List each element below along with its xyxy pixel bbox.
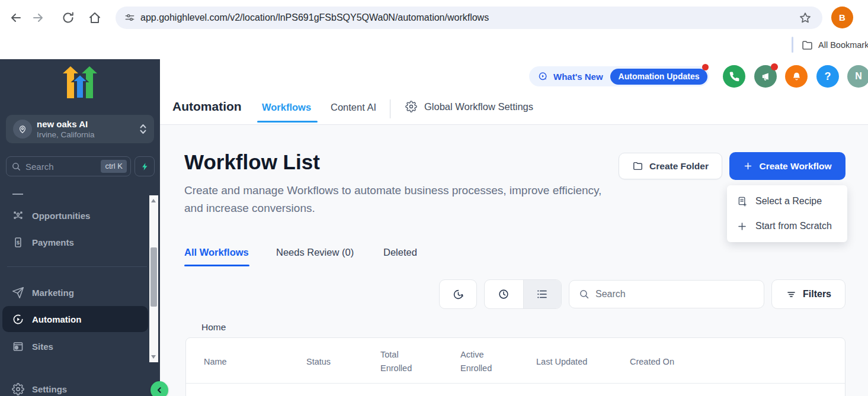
workflow-list-subtitle: Create and manage Workflows to automate … <box>184 182 611 217</box>
execution-logs-button[interactable] <box>439 279 477 309</box>
sidebar-scrollbar[interactable] <box>149 195 158 362</box>
column-header-created-on[interactable]: Created On <box>630 355 674 369</box>
user-avatar[interactable]: N <box>847 65 868 88</box>
sidebar-item-settings[interactable]: Settings <box>0 376 148 396</box>
history-clock-icon <box>451 288 465 301</box>
global-workflow-settings-link[interactable]: Global Workflow Settings <box>405 101 533 112</box>
folder-icon <box>632 160 643 172</box>
scroll-down-arrow[interactable] <box>151 355 156 359</box>
sidebar-item-label: Automation <box>32 314 81 324</box>
automation-icon <box>12 313 24 326</box>
location-city: Irvine, California <box>37 130 95 139</box>
menu-item-start-from-scratch[interactable]: Start from Scratch <box>727 214 847 239</box>
site-info-icon[interactable] <box>124 12 136 24</box>
filters-button[interactable]: Filters <box>771 279 845 309</box>
sidebar-item-opportunities[interactable]: Opportunities <box>0 202 148 228</box>
column-header-total-enrolled[interactable]: Total Enrolled <box>380 348 423 375</box>
plus-icon <box>743 161 753 171</box>
whats-new-icon <box>537 71 549 82</box>
quick-actions-button[interactable] <box>134 156 155 176</box>
notifications-bell-button[interactable] <box>785 65 808 88</box>
browser-profile-avatar[interactable]: B <box>831 7 853 28</box>
settings-gear-icon <box>12 383 24 395</box>
main-content: Workflow List Create and manage Workflow… <box>160 125 868 396</box>
sidebar: new oaks AI Irvine, California ctrl K Op… <box>0 59 160 396</box>
forward-icon[interactable] <box>31 11 45 25</box>
breadcrumb-home[interactable]: Home <box>201 322 226 333</box>
sidebar-search[interactable]: ctrl K <box>6 156 131 176</box>
create-folder-button[interactable]: Create Folder <box>619 153 722 179</box>
location-pin-icon <box>13 120 32 139</box>
create-workflow-button[interactable]: Create Workflow <box>729 152 845 180</box>
column-header-last-updated[interactable]: Last Updated <box>536 355 587 369</box>
shortcut-badge: ctrl K <box>101 160 127 173</box>
sidebar-item-label: Payments <box>32 237 74 247</box>
home-icon[interactable] <box>88 11 102 25</box>
tab-needs-review[interactable]: Needs Review (0) <box>276 247 354 258</box>
tab-deleted[interactable]: Deleted <box>383 247 417 258</box>
scrolled-item-remnant <box>12 194 23 195</box>
clock-icon <box>497 288 510 301</box>
active-tab-underline <box>257 121 318 123</box>
page-title: Automation <box>172 99 242 114</box>
list-view-toggle[interactable] <box>523 280 562 308</box>
marketing-send-icon <box>12 286 24 299</box>
create-folder-label: Create Folder <box>649 161 709 172</box>
notification-dot <box>771 63 778 70</box>
column-header-status[interactable]: Status <box>306 355 331 369</box>
gear-icon <box>405 101 417 112</box>
sidebar-item-label: Marketing <box>32 288 74 298</box>
back-icon[interactable] <box>9 11 23 25</box>
bookmarks-divider <box>792 37 793 53</box>
phone-button[interactable] <box>723 65 745 88</box>
time-view-toggle[interactable] <box>485 280 523 308</box>
tab-workflows[interactable]: Workflows <box>262 102 311 113</box>
create-workflow-menu: Select a Recipe Start from Scratch <box>727 185 847 242</box>
search-icon <box>579 289 590 300</box>
bookmark-star-icon[interactable] <box>799 11 812 24</box>
chevron-up-down-icon <box>139 123 147 135</box>
app-header: What's New Automation Updates ? N Automa… <box>160 59 868 125</box>
all-bookmarks-label[interactable]: All Bookmarks <box>818 40 868 50</box>
column-header-active-enrolled[interactable]: Active Enrolled <box>460 348 503 375</box>
workflow-search[interactable] <box>569 280 764 308</box>
announcements-button[interactable] <box>754 65 777 88</box>
workflow-search-input[interactable] <box>595 289 750 300</box>
tab-all-workflows[interactable]: All Workflows <box>184 247 249 258</box>
workflows-table: Name Status Total Enrolled Active Enroll… <box>185 337 845 396</box>
sidebar-collapse-button[interactable] <box>150 381 168 396</box>
workflow-list-title: Workflow List <box>184 150 320 174</box>
menu-item-label: Start from Scratch <box>755 221 832 231</box>
filters-label: Filters <box>803 289 831 300</box>
list-icon <box>536 288 549 301</box>
payments-icon: $ <box>12 236 24 249</box>
active-tab-underline <box>184 265 249 266</box>
bookmarks-folder-icon[interactable] <box>801 39 813 51</box>
recipe-document-icon <box>736 196 748 207</box>
scroll-up-arrow[interactable] <box>151 199 156 202</box>
svg-text:$: $ <box>17 239 20 246</box>
whats-new-pill[interactable]: What's New Automation Updates <box>529 66 709 86</box>
tab-content-ai[interactable]: Content AI <box>331 102 376 113</box>
scrollbar-thumb[interactable] <box>150 247 157 307</box>
help-button[interactable]: ? <box>816 65 839 88</box>
sidebar-item-label: Settings <box>32 384 67 394</box>
create-workflow-label: Create Workflow <box>759 161 831 172</box>
address-bar[interactable] <box>116 7 822 29</box>
sites-icon <box>12 340 24 353</box>
question-mark-icon: ? <box>825 70 831 83</box>
sidebar-item-automation[interactable]: Automation <box>2 306 148 332</box>
filter-lines-icon <box>786 289 797 300</box>
column-header-name[interactable]: Name <box>204 355 227 369</box>
sidebar-item-label: Sites <box>32 342 53 352</box>
menu-item-select-recipe[interactable]: Select a Recipe <box>727 189 847 214</box>
view-toggle-group <box>484 279 562 309</box>
sidebar-item-sites[interactable]: Sites <box>0 333 148 359</box>
sidebar-item-payments[interactable]: $ Payments <box>0 229 148 255</box>
automation-updates-badge[interactable]: Automation Updates <box>610 69 708 85</box>
reload-icon[interactable] <box>61 11 75 25</box>
sidebar-search-input[interactable] <box>25 157 101 176</box>
location-switcher[interactable]: new oaks AI Irvine, California <box>6 115 154 143</box>
url-input[interactable] <box>140 7 674 29</box>
sidebar-item-marketing[interactable]: Marketing <box>0 279 148 305</box>
